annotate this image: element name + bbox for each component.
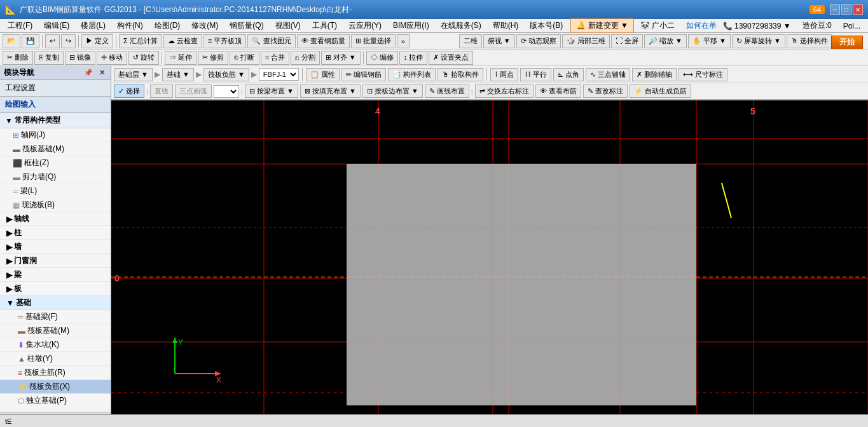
set-grip-button[interactable]: ✗ 设置夹点: [429, 51, 473, 65]
align-button[interactable]: ⊞ 对齐 ▼: [321, 51, 361, 65]
menu-rebar[interactable]: 钢筋量(Q): [224, 19, 268, 32]
comp-list-btn[interactable]: 📑 构件列表: [388, 68, 436, 81]
align-top-button[interactable]: ≡ 平齐板顶: [203, 34, 246, 48]
three-point-btn[interactable]: ∿ 三点辅轴: [586, 68, 630, 81]
draw-select[interactable]: [214, 85, 239, 98]
nav-item-raft[interactable]: ▬ 筏板基础(M): [0, 142, 111, 156]
menu-component[interactable]: 构件(N): [112, 19, 148, 32]
local3d-button[interactable]: 🎲 局部三维: [562, 34, 610, 48]
new-change-btn[interactable]: 🔔 新建变更 ▼: [570, 18, 634, 33]
slab-section[interactable]: ▶ 板: [0, 282, 111, 296]
find-button[interactable]: 🔍 查找图元: [247, 34, 295, 48]
screen-rotate-button[interactable]: ↻ 屏幕旋转 ▼: [732, 34, 785, 48]
beam-section[interactable]: ▶ 梁: [0, 268, 111, 282]
dimension-btn[interactable]: ⟷ 尺寸标注: [679, 68, 727, 81]
2d-button[interactable]: 二维: [459, 34, 482, 48]
menu-version[interactable]: 版本号(B): [525, 19, 568, 32]
edit-shape-button[interactable]: ◇ 编修: [366, 51, 398, 65]
nav-item-pit[interactable]: ⬇ 集水坑(K): [0, 338, 111, 352]
delete-button[interactable]: ✂ 删除: [3, 51, 33, 65]
move-button[interactable]: ✛ 移动: [97, 51, 127, 65]
arc-btn[interactable]: 三点画弧: [175, 85, 212, 98]
points-btn[interactable]: 造价豆:0: [797, 19, 837, 32]
menu-tools[interactable]: 工具(T): [307, 19, 342, 32]
phone-btn[interactable]: 📞 13907298339 ▼: [718, 20, 796, 32]
foundation-section[interactable]: ▼ 基础: [0, 296, 111, 310]
menu-draw[interactable]: 绘图(D): [149, 19, 186, 32]
help-tip[interactable]: 如何在单构件输入中锁...: [681, 19, 716, 32]
property-btn[interactable]: 📋 属性: [306, 68, 340, 81]
edit-mark-btn[interactable]: ✎ 查改标注: [583, 85, 628, 98]
nav-item-raft-main[interactable]: ≡ 筏板主筋(R): [0, 366, 111, 380]
nav-item-beam[interactable]: ═ 梁(L): [0, 184, 111, 198]
pan-button[interactable]: ✋ 平移 ▼: [688, 34, 731, 48]
sum-button[interactable]: Σ 汇总计算: [119, 34, 162, 48]
nav-item-col-pad[interactable]: ▲ 柱墩(Y): [0, 352, 111, 366]
define-button[interactable]: ▶ 定义: [81, 34, 113, 48]
nav-item-ind-found[interactable]: ⬡ 独立基础(P): [0, 394, 111, 405]
more-button[interactable]: »: [397, 34, 410, 48]
nav-close-btn[interactable]: ✕: [97, 68, 107, 78]
trim-button[interactable]: ✂ 修剪: [198, 51, 228, 65]
line-btn[interactable]: 直线: [150, 85, 173, 98]
nav-item-found-beam[interactable]: ═ 基础梁(F): [0, 310, 111, 324]
nav-item-raft2[interactable]: ▬ 筏板基础(M): [0, 324, 111, 338]
split-button[interactable]: ⎌ 分割: [291, 51, 320, 65]
parallel-btn[interactable]: ⌇⌇ 平行: [520, 68, 551, 81]
zoom-button[interactable]: 🔎 缩放 ▼: [644, 34, 687, 48]
col-section[interactable]: ▶ 柱: [0, 226, 111, 240]
by-fill-btn[interactable]: ⊠ 按填充布置 ▼: [300, 85, 361, 98]
item-select[interactable]: FBFJ-1: [259, 68, 299, 81]
merge-button[interactable]: ⌗ 合并: [261, 51, 289, 65]
nav-pin-btn[interactable]: 📌: [82, 68, 95, 78]
view-rebar2-btn[interactable]: 👁 查看布筋: [535, 85, 581, 98]
mirror-button[interactable]: ⊟ 镜像: [65, 51, 95, 65]
auto-gen-btn[interactable]: ⚡ 自动生成负筋: [630, 85, 691, 98]
cloud-check-button[interactable]: ☁ 云检查: [163, 34, 202, 48]
redo-button[interactable]: ↪: [61, 34, 76, 48]
fullscreen-button[interactable]: ⛶ 全屏: [611, 34, 643, 48]
subtype-btn[interactable]: 筏板负筋 ▼: [203, 68, 249, 81]
pick-comp-btn[interactable]: 🖱 拾取构件: [437, 68, 483, 81]
menu-bim[interactable]: BIM应用(I): [388, 19, 434, 32]
nav-item-column[interactable]: ⬛ 框柱(Z): [0, 156, 111, 170]
layer-btn[interactable]: 基础层 ▼: [114, 68, 153, 81]
menu-view[interactable]: 视图(V): [270, 19, 306, 32]
menu-edit[interactable]: 编辑(E): [39, 19, 74, 32]
extend-button[interactable]: ⇒ 延伸: [165, 51, 196, 65]
menu-file[interactable]: 工程(F): [3, 19, 38, 32]
nav-item-castslab[interactable]: ▦ 现浇板(B): [0, 198, 111, 212]
view-rebar-button[interactable]: 👁 查看钢筋量: [297, 34, 350, 48]
undo-button[interactable]: ↩: [45, 34, 60, 48]
copy-button[interactable]: ⎘ 复制: [34, 51, 64, 65]
axis-section[interactable]: ▶ 轴线: [0, 212, 111, 226]
select-btn[interactable]: ✓ 选择: [114, 85, 144, 98]
start-btn[interactable]: 开始: [831, 36, 863, 50]
canvas-area[interactable]: 4 5 0 Y X: [111, 100, 868, 427]
by-beam-btn[interactable]: ⊟ 按梁布置 ▼: [245, 85, 298, 98]
two-point-btn[interactable]: ⌇ 两点: [490, 68, 518, 81]
by-slab-edge-btn[interactable]: ⊡ 按板边布置 ▼: [362, 85, 423, 98]
save-button[interactable]: 💾: [22, 34, 39, 48]
open-button[interactable]: 📂: [3, 34, 20, 48]
top-view-button[interactable]: 俯视 ▼: [483, 34, 515, 48]
project-setup-section[interactable]: 工程设置: [0, 80, 111, 97]
batch-select-button[interactable]: ⊞ 批量选择: [351, 34, 396, 48]
pol-btn[interactable]: Pol...: [838, 20, 865, 32]
menu-online[interactable]: 在线服务(S): [436, 19, 486, 32]
nav-item-raft-neg[interactable]: ⚡ 筏板负筋(X): [0, 380, 111, 394]
stretch-button[interactable]: ↕ 拉伸: [399, 51, 428, 65]
point-angle-btn[interactable]: ⊾ 点角: [553, 68, 584, 81]
draw-line-btn[interactable]: ✎ 画线布置: [425, 85, 469, 98]
menu-help[interactable]: 帮助(H): [488, 19, 524, 32]
type-btn[interactable]: 基础 ▼: [162, 68, 194, 81]
menu-floor[interactable]: 楼层(L): [76, 19, 111, 32]
nav-item-axis[interactable]: ⊞ 轴网(J): [0, 128, 111, 142]
close-button[interactable]: ✕: [853, 4, 863, 15]
break-button[interactable]: ⎋ 打断: [230, 51, 259, 65]
assistant-btn[interactable]: 🐼 广小二: [635, 19, 680, 32]
minimize-button[interactable]: ─: [830, 4, 840, 15]
maximize-button[interactable]: □: [841, 4, 851, 15]
edit-rebar-btn[interactable]: ✏ 编辑钢筋: [341, 68, 386, 81]
opening-section[interactable]: ▶ 门窗洞: [0, 254, 111, 268]
